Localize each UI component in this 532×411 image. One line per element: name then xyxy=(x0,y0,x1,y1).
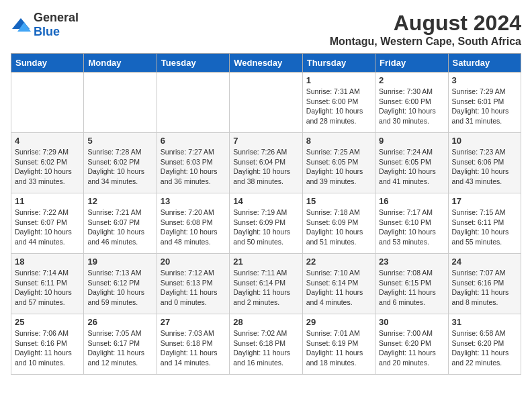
calendar-title: August 2024 xyxy=(330,11,521,36)
day-info: Sunrise: 7:08 AMSunset: 6:15 PMDaylight:… xyxy=(379,268,444,308)
day-info: Sunrise: 7:13 AMSunset: 6:12 PMDaylight:… xyxy=(87,268,152,308)
header-day-tuesday: Tuesday xyxy=(157,54,229,73)
day-number: 2 xyxy=(379,75,444,85)
header: General Blue August 2024 Montagu, Wester… xyxy=(11,11,521,48)
calendar-cell: 9Sunrise: 7:24 AMSunset: 6:05 PMDaylight… xyxy=(375,133,448,193)
calendar-cell: 30Sunrise: 7:00 AMSunset: 6:20 PMDayligh… xyxy=(375,314,448,375)
day-number: 15 xyxy=(306,196,371,206)
week-row-3: 18Sunrise: 7:14 AMSunset: 6:11 PMDayligh… xyxy=(11,254,521,314)
logo-icon xyxy=(11,17,31,33)
day-number: 24 xyxy=(452,257,517,267)
calendar-cell: 22Sunrise: 7:10 AMSunset: 6:14 PMDayligh… xyxy=(302,254,375,314)
calendar-cell: 14Sunrise: 7:19 AMSunset: 6:09 PMDayligh… xyxy=(230,193,302,254)
calendar-cell: 5Sunrise: 7:28 AMSunset: 6:02 PMDaylight… xyxy=(84,133,157,193)
calendar-cell: 7Sunrise: 7:26 AMSunset: 6:04 PMDaylight… xyxy=(230,133,302,193)
title-area: August 2024 Montagu, Western Cape, South… xyxy=(330,11,521,48)
header-day-sunday: Sunday xyxy=(11,54,84,73)
calendar-subtitle: Montagu, Western Cape, South Africa xyxy=(330,36,521,48)
week-row-0: 1Sunrise: 7:31 AMSunset: 6:00 PMDaylight… xyxy=(11,73,521,133)
calendar-cell: 19Sunrise: 7:13 AMSunset: 6:12 PMDayligh… xyxy=(84,254,157,314)
calendar-cell: 31Sunrise: 6:58 AMSunset: 6:20 PMDayligh… xyxy=(448,314,521,375)
header-day-friday: Friday xyxy=(375,54,448,73)
calendar-cell: 1Sunrise: 7:31 AMSunset: 6:00 PMDaylight… xyxy=(302,73,375,133)
day-info: Sunrise: 7:12 AMSunset: 6:13 PMDaylight:… xyxy=(161,268,226,308)
day-info: Sunrise: 7:29 AMSunset: 6:02 PMDaylight:… xyxy=(15,147,80,187)
day-number: 11 xyxy=(15,196,80,206)
day-number: 21 xyxy=(233,257,298,267)
calendar-cell: 20Sunrise: 7:12 AMSunset: 6:13 PMDayligh… xyxy=(157,254,229,314)
calendar-body: 1Sunrise: 7:31 AMSunset: 6:00 PMDaylight… xyxy=(11,73,521,375)
day-info: Sunrise: 7:31 AMSunset: 6:00 PMDaylight:… xyxy=(306,87,371,126)
day-number: 1 xyxy=(306,75,371,85)
day-info: Sunrise: 7:28 AMSunset: 6:02 PMDaylight:… xyxy=(87,147,152,187)
calendar-cell xyxy=(11,73,84,133)
day-number: 6 xyxy=(161,136,226,146)
day-number: 25 xyxy=(15,317,80,327)
day-number: 20 xyxy=(161,257,226,267)
day-info: Sunrise: 7:10 AMSunset: 6:14 PMDaylight:… xyxy=(306,268,371,308)
day-info: Sunrise: 7:02 AMSunset: 6:18 PMDaylight:… xyxy=(233,328,298,368)
day-info: Sunrise: 7:11 AMSunset: 6:14 PMDaylight:… xyxy=(233,268,298,308)
calendar-cell: 18Sunrise: 7:14 AMSunset: 6:11 PMDayligh… xyxy=(11,254,84,314)
day-number: 3 xyxy=(452,75,517,85)
calendar-cell: 13Sunrise: 7:20 AMSunset: 6:08 PMDayligh… xyxy=(157,193,229,254)
calendar-cell: 26Sunrise: 7:05 AMSunset: 6:17 PMDayligh… xyxy=(84,314,157,375)
calendar-cell: 29Sunrise: 7:01 AMSunset: 6:19 PMDayligh… xyxy=(302,314,375,375)
week-row-4: 25Sunrise: 7:06 AMSunset: 6:16 PMDayligh… xyxy=(11,314,521,375)
day-info: Sunrise: 7:21 AMSunset: 6:07 PMDaylight:… xyxy=(87,208,152,247)
day-info: Sunrise: 7:20 AMSunset: 6:08 PMDaylight:… xyxy=(161,208,226,247)
day-number: 22 xyxy=(306,257,371,267)
day-number: 7 xyxy=(233,136,298,146)
day-number: 19 xyxy=(87,257,152,267)
day-number: 13 xyxy=(161,196,226,206)
day-number: 27 xyxy=(161,317,226,327)
calendar-header: SundayMondayTuesdayWednesdayThursdayFrid… xyxy=(11,54,521,73)
day-info: Sunrise: 7:00 AMSunset: 6:20 PMDaylight:… xyxy=(379,328,444,368)
day-number: 17 xyxy=(452,196,517,206)
day-number: 29 xyxy=(306,317,371,327)
day-number: 8 xyxy=(306,136,371,146)
calendar-cell: 3Sunrise: 7:29 AMSunset: 6:01 PMDaylight… xyxy=(448,73,521,133)
day-info: Sunrise: 7:19 AMSunset: 6:09 PMDaylight:… xyxy=(233,208,298,247)
day-number: 14 xyxy=(233,196,298,206)
calendar-cell: 8Sunrise: 7:25 AMSunset: 6:05 PMDaylight… xyxy=(302,133,375,193)
calendar-cell xyxy=(230,73,302,133)
day-number: 16 xyxy=(379,196,444,206)
day-info: Sunrise: 7:25 AMSunset: 6:05 PMDaylight:… xyxy=(306,147,371,187)
calendar-cell: 12Sunrise: 7:21 AMSunset: 6:07 PMDayligh… xyxy=(84,193,157,254)
day-info: Sunrise: 7:03 AMSunset: 6:18 PMDaylight:… xyxy=(161,328,226,368)
header-day-wednesday: Wednesday xyxy=(230,54,302,73)
day-info: Sunrise: 7:05 AMSunset: 6:17 PMDaylight:… xyxy=(87,328,152,368)
day-number: 28 xyxy=(233,317,298,327)
week-row-1: 4Sunrise: 7:29 AMSunset: 6:02 PMDaylight… xyxy=(11,133,521,193)
day-info: Sunrise: 7:18 AMSunset: 6:09 PMDaylight:… xyxy=(306,208,371,247)
day-info: Sunrise: 7:17 AMSunset: 6:10 PMDaylight:… xyxy=(379,208,444,247)
logo-text-general: General xyxy=(34,11,79,24)
day-info: Sunrise: 7:30 AMSunset: 6:00 PMDaylight:… xyxy=(379,87,444,126)
calendar-cell: 10Sunrise: 7:23 AMSunset: 6:06 PMDayligh… xyxy=(448,133,521,193)
calendar-cell: 23Sunrise: 7:08 AMSunset: 6:15 PMDayligh… xyxy=(375,254,448,314)
calendar-cell xyxy=(84,73,157,133)
logo-text-blue: Blue xyxy=(34,25,60,38)
calendar-table: SundayMondayTuesdayWednesdayThursdayFrid… xyxy=(11,53,521,375)
calendar-cell: 11Sunrise: 7:22 AMSunset: 6:07 PMDayligh… xyxy=(11,193,84,254)
header-row: SundayMondayTuesdayWednesdayThursdayFrid… xyxy=(11,54,521,73)
day-info: Sunrise: 7:06 AMSunset: 6:16 PMDaylight:… xyxy=(15,328,80,368)
calendar-cell: 2Sunrise: 7:30 AMSunset: 6:00 PMDaylight… xyxy=(375,73,448,133)
day-info: Sunrise: 7:27 AMSunset: 6:03 PMDaylight:… xyxy=(161,147,226,187)
day-number: 23 xyxy=(379,257,444,267)
day-info: Sunrise: 7:07 AMSunset: 6:16 PMDaylight:… xyxy=(452,268,517,308)
day-info: Sunrise: 7:23 AMSunset: 6:06 PMDaylight:… xyxy=(452,147,517,187)
calendar-cell: 24Sunrise: 7:07 AMSunset: 6:16 PMDayligh… xyxy=(448,254,521,314)
calendar-cell: 16Sunrise: 7:17 AMSunset: 6:10 PMDayligh… xyxy=(375,193,448,254)
calendar-cell: 6Sunrise: 7:27 AMSunset: 6:03 PMDaylight… xyxy=(157,133,229,193)
calendar-cell: 28Sunrise: 7:02 AMSunset: 6:18 PMDayligh… xyxy=(230,314,302,375)
day-info: Sunrise: 7:22 AMSunset: 6:07 PMDaylight:… xyxy=(15,208,80,247)
day-number: 18 xyxy=(15,257,80,267)
calendar-cell: 21Sunrise: 7:11 AMSunset: 6:14 PMDayligh… xyxy=(230,254,302,314)
day-number: 31 xyxy=(452,317,517,327)
calendar-cell: 15Sunrise: 7:18 AMSunset: 6:09 PMDayligh… xyxy=(302,193,375,254)
day-info: Sunrise: 7:24 AMSunset: 6:05 PMDaylight:… xyxy=(379,147,444,187)
day-number: 12 xyxy=(87,196,152,206)
header-day-monday: Monday xyxy=(84,54,157,73)
